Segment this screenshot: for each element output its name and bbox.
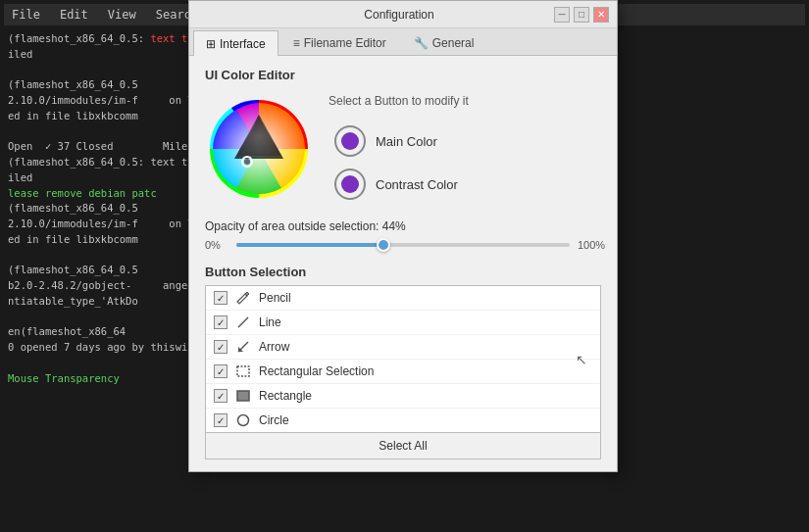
main-color-circle <box>334 125 366 157</box>
main-color-option[interactable]: Main Color <box>329 121 601 161</box>
color-hint: Select a Button to modify it <box>329 94 601 108</box>
button-selection: Button Selection Pencil <box>205 265 601 459</box>
contrast-color-label: Contrast Color <box>376 177 458 192</box>
selection-list: Pencil Line <box>205 285 601 433</box>
svg-line-7 <box>238 317 248 327</box>
rect-sel-label: Rectangular Selection <box>259 364 374 378</box>
rectangle-label: Rectangle <box>259 389 312 403</box>
tab-general-label: General <box>432 36 475 50</box>
slider-fill <box>236 243 383 247</box>
rectangle-checkbox[interactable] <box>214 389 228 403</box>
dialog-titlebar: Configuration ─ □ ✕ <box>189 1 617 28</box>
contrast-color-swatch <box>341 175 359 193</box>
list-item[interactable]: Circle <box>206 409 600 432</box>
tab-filename-editor-label: Filename Editor <box>304 36 386 50</box>
rectangular-selection-icon <box>235 363 251 379</box>
tab-filename-editor[interactable]: ≡ Filename Editor <box>280 30 399 55</box>
contrast-color-option[interactable]: Contrast Color <box>329 165 601 204</box>
svg-rect-10 <box>237 366 249 376</box>
color-editor: Select a Button to modify it Main Color … <box>205 94 601 204</box>
tab-bar: ⊞ Interface ≡ Filename Editor 🔧 General <box>189 28 617 56</box>
color-options: Select a Button to modify it Main Color … <box>329 94 601 204</box>
dialog-controls: ─ □ ✕ <box>554 7 609 23</box>
section-title: UI Color Editor <box>205 68 601 82</box>
list-item[interactable]: Rectangle <box>206 384 600 409</box>
interface-tab-icon: ⊞ <box>206 37 216 51</box>
list-item[interactable]: Line <box>206 311 600 335</box>
circle-icon <box>235 412 251 428</box>
rect-sel-checkbox[interactable] <box>214 364 228 378</box>
pencil-label: Pencil <box>259 291 291 305</box>
slider-thumb[interactable] <box>377 238 390 252</box>
filename-editor-tab-icon: ≡ <box>293 36 300 50</box>
list-item[interactable]: Pencil <box>206 286 600 311</box>
main-color-label: Main Color <box>376 134 437 149</box>
line-checkbox[interactable] <box>214 315 228 329</box>
tab-interface[interactable]: ⊞ Interface <box>193 30 278 56</box>
dialog-title: Configuration <box>244 8 554 22</box>
selection-list-wrapper: Pencil Line <box>205 285 601 433</box>
list-item[interactable]: Rectangular Selection <box>206 360 600 384</box>
main-color-swatch <box>341 132 359 150</box>
minimize-button[interactable]: ─ <box>554 7 570 23</box>
pencil-icon <box>235 290 251 306</box>
svg-point-6 <box>244 159 250 165</box>
arrow-label: Arrow <box>259 340 289 354</box>
line-label: Line <box>259 315 281 329</box>
menu-edit[interactable]: Edit <box>60 8 88 22</box>
slider-row: 0% 100% <box>205 239 601 251</box>
menu-view[interactable]: View <box>108 8 136 22</box>
menu-file[interactable]: File <box>12 8 40 22</box>
slider-max-label: 100% <box>578 239 601 251</box>
slider-min-label: 0% <box>205 239 228 251</box>
rectangle-icon <box>235 388 251 404</box>
pencil-checkbox[interactable] <box>214 291 228 305</box>
circle-label: Circle <box>259 413 289 427</box>
dialog-body: UI Color Editor <box>189 56 617 471</box>
select-all-button[interactable]: Select All <box>205 433 601 459</box>
opacity-section: Opacity of area outside selection: 44% 0… <box>205 219 601 251</box>
close-button[interactable]: ✕ <box>593 7 609 23</box>
contrast-color-circle <box>334 169 366 200</box>
arrow-icon <box>235 339 251 355</box>
line-icon <box>235 314 251 330</box>
maximize-button[interactable]: □ <box>574 7 589 23</box>
configuration-dialog: Configuration ─ □ ✕ ⊞ Interface ≡ Filena… <box>188 0 618 472</box>
svg-point-12 <box>238 415 249 426</box>
svg-rect-11 <box>237 391 249 401</box>
color-wheel-svg <box>205 95 313 203</box>
general-tab-icon: 🔧 <box>414 36 429 50</box>
list-item[interactable]: Arrow <box>206 335 600 360</box>
circle-checkbox[interactable] <box>214 413 228 427</box>
tab-interface-label: Interface <box>220 37 266 51</box>
arrow-checkbox[interactable] <box>214 340 228 354</box>
opacity-label: Opacity of area outside selection: 44% <box>205 219 601 233</box>
opacity-slider[interactable] <box>236 243 570 247</box>
tab-general[interactable]: 🔧 General <box>401 30 487 55</box>
color-wheel[interactable] <box>205 95 313 203</box>
button-selection-title: Button Selection <box>205 265 601 279</box>
